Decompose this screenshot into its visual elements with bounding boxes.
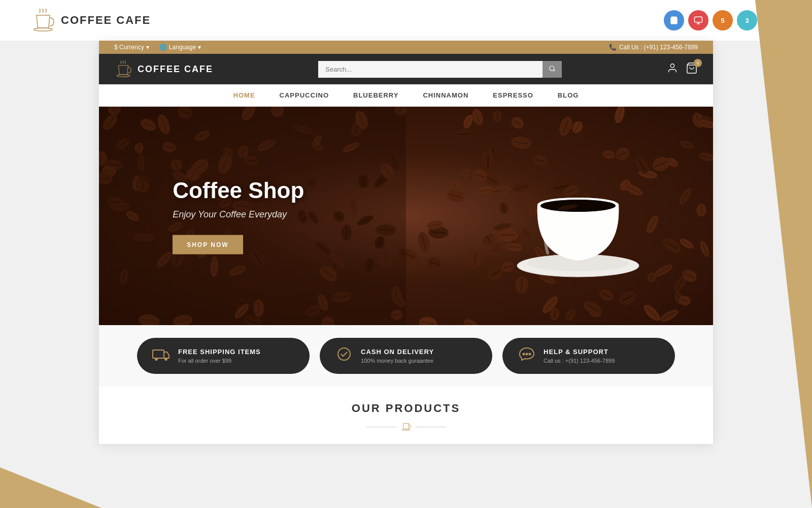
svg-line-258 (458, 134, 469, 135)
feature-desc-shipping: For all order over $99 (178, 358, 261, 364)
currency-selector[interactable]: $ Currency ▾ (114, 44, 149, 51)
svg-rect-2 (695, 17, 702, 22)
svg-point-378 (338, 348, 350, 360)
divider-line-left (366, 427, 396, 427)
search-input[interactable] (318, 61, 543, 78)
svg-point-380 (526, 354, 528, 355)
hero-content: Coffee Shop Enjoy Your Coffee Everyday S… (173, 178, 304, 255)
social-icon-monitor[interactable] (688, 10, 708, 30)
social-icon-css3[interactable]: 3 (737, 10, 757, 30)
search-bar (318, 61, 562, 78)
header-actions: 0 (667, 62, 698, 77)
svg-point-3 (117, 75, 130, 77)
nav-list: HOME CAPPUCCINO BLUEBERRY CHINNAMON ESPR… (99, 84, 713, 106)
feature-card-support: HELP & SUPPORT Call us : +(91) 123-456-7… (502, 338, 675, 374)
header-logo: COFFEE CAFE (114, 60, 213, 78)
svg-point-379 (523, 354, 525, 355)
header-logo-icon (114, 60, 132, 78)
main-header: COFFEE CAFE (99, 54, 713, 84)
phone-icon: 📞 (609, 44, 617, 51)
svg-point-5 (670, 64, 674, 67)
nav-item-cappuccino[interactable]: CAPPUCCINO (267, 84, 341, 106)
nav-item-espresso[interactable]: ESPRESSO (481, 84, 546, 106)
search-button[interactable] (543, 61, 562, 78)
utility-left: $ Currency ▾ 🌐 Language ▾ (114, 44, 201, 51)
cart-badge: 0 (694, 59, 702, 67)
feature-desc-cod: 100% money back guraantee (361, 358, 434, 364)
hero-subtitle: Enjoy Your Coffee Everyday (173, 209, 304, 220)
social-icon-cart[interactable] (664, 10, 684, 30)
feature-text-support: HELP & SUPPORT Call us : +(91) 123-456-7… (544, 348, 615, 364)
svg-point-247 (462, 317, 480, 325)
features-bar: FREE SHIPPING ITEMS For all order over $… (99, 325, 713, 387)
social-icon-html5[interactable]: 5 (713, 10, 733, 30)
svg-point-255 (418, 315, 438, 325)
cart-header-icon[interactable]: 0 (686, 62, 698, 77)
support-icon (518, 347, 536, 365)
language-selector[interactable]: 🌐 Language ▾ (159, 44, 201, 51)
nav-item-blog[interactable]: BLOG (546, 84, 591, 106)
svg-point-381 (529, 354, 531, 355)
feature-card-cod: CASH ON DELIVERY 100% money back guraant… (320, 338, 492, 374)
shop-now-button[interactable]: SHOP NOW (173, 235, 243, 255)
language-chevron-icon: ▾ (198, 44, 201, 51)
svg-point-376 (155, 358, 158, 361)
utility-phone: 📞 Call Us : (+91) 123-456-7899 (609, 44, 698, 51)
language-label: Language (169, 44, 196, 51)
search-icon (549, 65, 556, 72)
flag-icon: 🌐 (159, 44, 167, 51)
svg-point-373 (540, 200, 616, 212)
hero-banner: Coffee Shop Enjoy Your Coffee Everyday S… (99, 107, 713, 325)
svg-rect-375 (153, 350, 164, 358)
header-logo-text: COFFEE CAFE (138, 64, 213, 75)
feature-text-shipping: FREE SHIPPING ITEMS For all order over $… (178, 348, 261, 364)
coffee-cup-svg (507, 144, 649, 286)
feature-card-shipping: FREE SHIPPING ITEMS For all order over $… (137, 338, 310, 374)
feature-title-support: HELP & SUPPORT (544, 348, 615, 356)
our-products-section: OUR PRODUCTS (99, 387, 713, 444)
social-icon-bootstrap[interactable]: B (761, 10, 782, 30)
coffee-divider-icon (400, 420, 412, 434)
section-divider (114, 420, 698, 434)
logo-text: COFFEE CAFE (61, 14, 151, 27)
feature-title-shipping: FREE SHIPPING ITEMS (178, 348, 261, 356)
cod-icon (335, 347, 353, 365)
feature-title-cod: CASH ON DELIVERY (361, 348, 434, 356)
feature-text-cod: CASH ON DELIVERY 100% money back guraant… (361, 348, 434, 364)
shipping-icon (152, 347, 171, 365)
nav-item-blueberry[interactable]: BLUEBERRY (341, 84, 411, 106)
coffee-cup-logo-icon (30, 8, 56, 33)
svg-point-382 (402, 429, 410, 431)
svg-point-4 (550, 66, 554, 70)
svg-point-0 (34, 28, 52, 31)
feature-desc-support: Call us : +(91) 123-456-7899 (544, 358, 615, 364)
nav-item-home[interactable]: HOME (221, 84, 267, 106)
products-section-title: OUR PRODUCTS (114, 402, 698, 415)
site-container: $ Currency ▾ 🌐 Language ▾ 📞 Call Us : (+… (99, 41, 713, 444)
social-icons-bar: 5 3 B (664, 10, 782, 30)
hero-coffee-cup (507, 144, 649, 288)
nav-item-chinnamon[interactable]: CHINNAMON (411, 84, 481, 106)
svg-point-377 (164, 358, 167, 361)
currency-chevron-icon: ▾ (146, 44, 149, 51)
account-icon[interactable] (667, 62, 678, 76)
main-navigation: HOME CAPPUCCINO BLUEBERRY CHINNAMON ESPR… (99, 84, 713, 107)
divider-line-right (416, 427, 446, 427)
hero-title: Coffee Shop (173, 178, 304, 203)
phone-text: Call Us : (+91) 123-456-7899 (619, 44, 698, 51)
main-logo: COFFEE CAFE (30, 8, 151, 33)
top-bar: COFFEE CAFE 5 3 B (0, 0, 812, 41)
currency-label: $ Currency (114, 44, 144, 51)
utility-bar: $ Currency ▾ 🌐 Language ▾ 📞 Call Us : (+… (99, 41, 713, 54)
